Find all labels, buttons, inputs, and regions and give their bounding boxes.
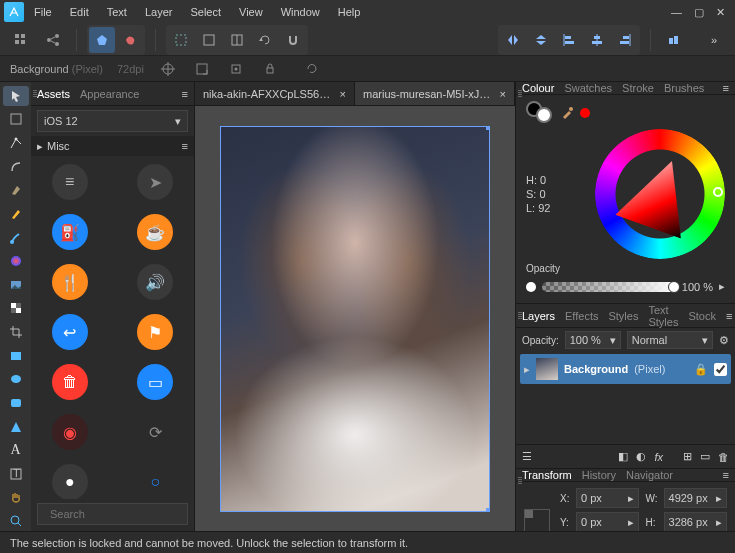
menu-view[interactable]: View [239,6,263,18]
selection-handle[interactable] [486,126,490,130]
doc-tab-2[interactable]: marius-muresan-M5I-xJeD1Z… × [355,82,515,105]
pencil-tool[interactable] [3,204,29,224]
h-input[interactable]: 3286 px▸ [664,512,727,531]
colour-chip[interactable] [580,108,590,118]
tab-assets[interactable]: Assets [37,88,70,100]
transparency-tool[interactable] [3,299,29,319]
colour-wheel[interactable] [595,129,725,259]
crop-center-icon[interactable] [226,59,246,79]
fingerprint-icon[interactable]: ◉ [52,414,88,450]
menu-file[interactable]: File [34,6,52,18]
fill-tool[interactable] [3,251,29,271]
artboard-icon[interactable] [196,27,222,53]
cup-icon[interactable]: ☕ [137,214,173,250]
tab-stock[interactable]: Stock [688,310,716,322]
zoom-tool[interactable] [3,511,29,531]
resize-corner-icon[interactable] [192,59,212,79]
crop-tool[interactable] [3,322,29,342]
grip-icon[interactable] [518,312,522,320]
eyedropper-icon[interactable] [560,106,574,120]
tab-styles[interactable]: Styles [608,310,638,322]
lock-ratio-icon[interactable] [260,59,280,79]
lock-icon[interactable]: 🔒 [694,363,708,376]
move-tool[interactable] [3,86,29,106]
triangle-tool[interactable] [3,417,29,437]
fuel-icon[interactable]: ⛽ [52,214,88,250]
trash-icon[interactable]: 🗑 [52,364,88,400]
tab-history[interactable]: History [582,469,616,481]
tab-swatches[interactable]: Swatches [564,82,612,94]
reply-icon[interactable]: ↩ [52,314,88,350]
hand-tool[interactable] [3,488,29,508]
layer-opacity-dropdown[interactable]: 100 %▾ [565,331,621,349]
text-frame-tool[interactable]: T [3,464,29,484]
speaker-icon[interactable]: 🔊 [137,264,173,300]
panel-menu-icon[interactable]: ≡ [182,88,188,100]
align-center-icon[interactable] [584,27,610,53]
menu-layer[interactable]: Layer [145,6,173,18]
menu-window[interactable]: Window [281,6,320,18]
align-right-icon[interactable] [612,27,638,53]
w-input[interactable]: 4929 px▸ [664,488,727,508]
asset-section-header[interactable]: ▸Misc ≡ [31,136,194,156]
reset-icon[interactable] [302,59,322,79]
node-tool[interactable] [3,133,29,153]
asset-preset-dropdown[interactable]: iOS 12▾ [37,110,188,132]
selection-rect-icon[interactable] [168,27,194,53]
panel-menu-icon[interactable]: ≡ [726,310,732,322]
swatch-pair[interactable] [526,101,554,125]
asset-search[interactable] [37,503,188,525]
hue-marker[interactable] [713,187,723,197]
close-tab-icon[interactable]: × [340,88,346,100]
shape-pentagon-icon[interactable] [89,27,115,53]
fork-icon[interactable]: 🍴 [52,264,88,300]
tab-text-styles[interactable]: Text Styles [648,304,678,328]
tab-brushes[interactable]: Brushes [664,82,704,94]
visibility-checkbox[interactable] [714,363,727,376]
spinner-icon[interactable]: ⟳ [137,414,173,450]
rotate-icon[interactable] [252,27,278,53]
slices-icon[interactable] [224,27,250,53]
grip-icon[interactable] [518,90,522,98]
shape-blob-icon[interactable] [117,27,143,53]
search-input[interactable] [50,508,188,520]
maximize-button[interactable]: ▢ [694,6,704,19]
text-tool[interactable]: A [3,440,29,460]
blend-mode-dropdown[interactable]: Normal▾ [627,331,713,349]
mask-icon[interactable]: ◧ [618,450,628,463]
menu-select[interactable]: Select [190,6,221,18]
adjustment-icon[interactable]: ◐ [636,450,646,463]
doc-tab-1[interactable]: nika-akin-AFXXCpLS56Q-uns… × [195,82,355,105]
ellipse-tool[interactable] [3,370,29,390]
flag-icon[interactable]: ⚑ [137,314,173,350]
section-menu-icon[interactable]: ≡ [182,140,188,152]
flip-vertical-icon[interactable] [528,27,554,53]
gear-icon[interactable]: ⚙ [719,334,729,347]
close-button[interactable]: ✕ [716,6,725,19]
flip-horizontal-icon[interactable] [500,27,526,53]
corner-tool[interactable] [3,157,29,177]
share-icon[interactable] [40,27,66,53]
tab-appearance[interactable]: Appearance [80,88,139,100]
group-icon[interactable]: ▭ [700,450,710,463]
tab-effects[interactable]: Effects [565,310,598,322]
opacity-stepper-icon[interactable]: ▸ [719,280,725,293]
place-image-tool[interactable] [3,275,29,295]
tab-colour[interactable]: Colour [522,82,554,94]
layers-stack-icon[interactable]: ☰ [522,450,532,463]
viewport[interactable] [195,106,515,531]
x-input[interactable]: 0 px▸ [576,488,639,508]
pen-tool[interactable] [3,181,29,201]
hamburger-icon[interactable]: ≡ [52,164,88,200]
location-arrow-icon[interactable]: ➤ [137,164,173,200]
tab-transform[interactable]: Transform [522,469,572,481]
close-tab-icon[interactable]: × [500,88,506,100]
grid-toggle-icon[interactable] [8,27,34,53]
layer-row[interactable]: ▸ Background (Pixel) 🔒 [520,354,731,384]
grip-icon[interactable] [33,90,37,98]
brush-tool[interactable] [3,228,29,248]
menu-text[interactable]: Text [107,6,127,18]
opacity-slider[interactable] [542,282,676,292]
arrange-icon[interactable] [661,27,687,53]
rectangle-tool[interactable] [3,346,29,366]
